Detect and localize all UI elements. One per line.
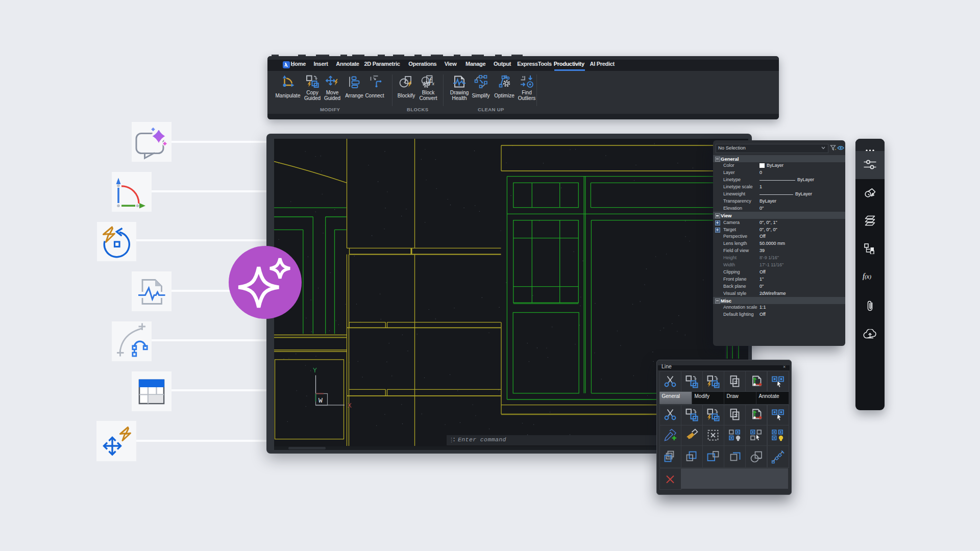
svg-text:x: x: [432, 81, 435, 86]
svg-text:W: W: [318, 397, 323, 405]
svg-text:Y: Y: [313, 367, 317, 374]
svg-text:X: X: [348, 402, 352, 410]
